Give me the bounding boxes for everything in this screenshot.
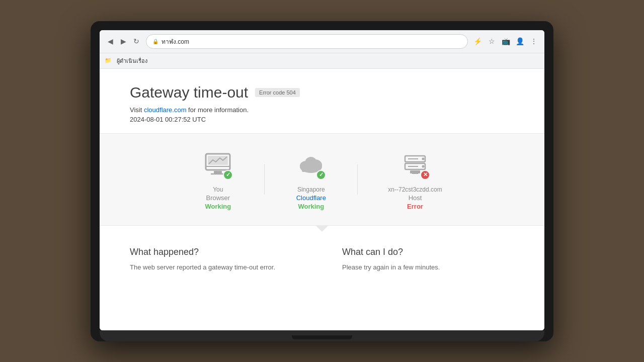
lock-icon: 🔒	[152, 39, 158, 44]
browser-status-badge: ✓	[223, 170, 233, 180]
profile-button[interactable]: 👤	[514, 36, 525, 47]
nav-buttons: ◀ ▶ ↻	[105, 36, 142, 47]
address-bar[interactable]: 🔒 ทาฬง.com	[146, 34, 468, 49]
status-cards: ✓ You Browser Working	[130, 144, 514, 215]
browser-actions: ⚡ ☆ 📺 👤 ⋮	[472, 36, 539, 47]
section-triangle	[316, 226, 328, 232]
visit-suffix: for more information.	[186, 106, 249, 114]
host-status-badge: ✕	[420, 170, 430, 180]
menu-button[interactable]: ⋮	[528, 36, 539, 47]
status-card-host: ✕ xn--72cst3czdd.com Host Error	[358, 144, 472, 215]
host-value: Error	[407, 203, 423, 210]
svg-point-12	[422, 157, 425, 160]
forward-button[interactable]: ▶	[118, 36, 129, 47]
back-button[interactable]: ◀	[105, 36, 116, 47]
screen: ◀ ▶ ↻ 🔒 ทาฬง.com ⚡ ☆ 📺 👤 ⋮ 📁 ผู้ดำเนินเร…	[100, 30, 544, 330]
cast-button[interactable]: 📺	[500, 36, 511, 47]
url-text: ทาฬง.com	[162, 37, 189, 46]
cloudflare-location: Singapore	[297, 186, 325, 193]
bookmark-folder-icon: 📁	[105, 57, 112, 64]
refresh-button[interactable]: ↻	[131, 36, 142, 47]
status-section: ✓ You Browser Working	[100, 134, 544, 226]
visit-prefix: Visit	[130, 106, 144, 114]
what-can-i-do-col: What can I do? Please try again in a few…	[342, 247, 514, 273]
what-happened-text: The web server reported a gateway time-o…	[130, 262, 302, 273]
laptop-frame: ◀ ▶ ↻ 🔒 ทาฬง.com ⚡ ☆ 📺 👤 ⋮ 📁 ผู้ดำเนินเร…	[91, 21, 553, 341]
star-button[interactable]: ☆	[486, 36, 497, 47]
error-visit-text: Visit cloudflare.com for more informatio…	[130, 106, 514, 114]
browser-chrome: ◀ ▶ ↻ 🔒 ทาฬง.com ⚡ ☆ 📺 👤 ⋮	[100, 30, 544, 53]
host-location: xn--72cst3czdd.com	[388, 186, 442, 193]
error-header: Gateway time-out Error code 504 Visit cl…	[100, 69, 544, 134]
browser-value: Working	[205, 203, 231, 210]
host-icon-wrapper: ✕	[399, 149, 431, 181]
browser-name: Browser	[206, 194, 230, 202]
what-happened-heading: What happened?	[130, 247, 302, 257]
what-can-i-do-heading: What can I do?	[342, 247, 514, 257]
cloudflare-value: Working	[298, 203, 324, 210]
cloudflare-name: Cloudflare	[296, 194, 326, 202]
what-happened-col: What happened? The web server reported a…	[130, 247, 302, 273]
bookmark-item[interactable]: ผู้ดำเนินเรื่อง	[114, 55, 150, 66]
status-card-cloudflare: ✓ Singapore Cloudflare Working	[265, 144, 357, 215]
svg-point-13	[422, 165, 425, 167]
info-section: What happened? The web server reported a…	[100, 232, 544, 288]
translate-button[interactable]: ⚡	[472, 36, 483, 47]
cloudflare-link[interactable]: cloudflare.com	[144, 106, 187, 114]
cloudflare-status-badge: ✓	[316, 170, 326, 180]
host-name: Host	[409, 194, 422, 202]
cloudflare-icon-wrapper: ✓	[295, 149, 327, 181]
error-title-row: Gateway time-out Error code 504	[130, 84, 514, 101]
what-can-i-do-text: Please try again in a few minutes.	[342, 262, 514, 273]
svg-rect-2	[214, 171, 222, 173]
error-code-badge: Error code 504	[255, 88, 300, 97]
browser-location: You	[213, 186, 223, 193]
laptop-hinge	[292, 335, 352, 339]
page-content: Gateway time-out Error code 504 Visit cl…	[100, 69, 544, 330]
laptop-bottom	[100, 330, 544, 341]
error-title: Gateway time-out	[130, 84, 248, 101]
browser-icon-wrapper: ✓	[202, 149, 234, 181]
bookmark-bar: 📁 ผู้ดำเนินเรื่อง	[100, 53, 544, 69]
error-timestamp: 2024-08-01 00:27:52 UTC	[130, 116, 514, 123]
status-card-browser: ✓ You Browser Working	[172, 144, 264, 215]
